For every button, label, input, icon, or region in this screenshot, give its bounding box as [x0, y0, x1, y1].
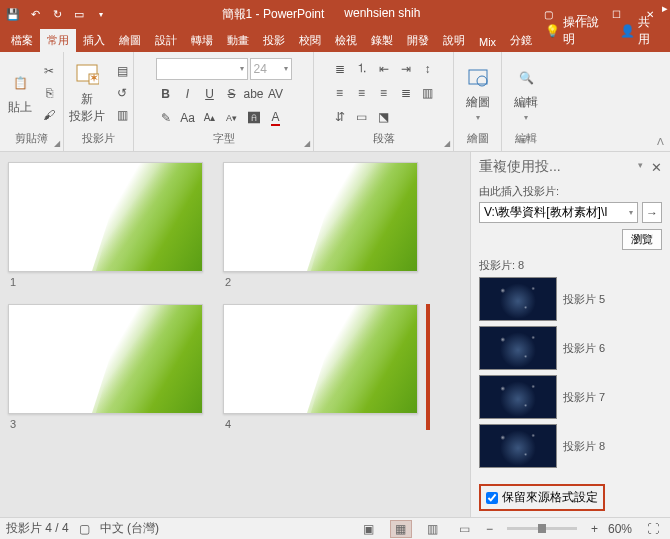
align-left-icon[interactable]: ≡ — [330, 83, 350, 103]
align-text-icon[interactable]: ▭ — [352, 107, 372, 127]
zoom-in-icon[interactable]: + — [591, 522, 598, 536]
tab-scroll-icon[interactable]: ▸ — [662, 2, 668, 15]
save-icon[interactable]: 💾 — [4, 5, 22, 23]
keep-source-checkbox[interactable] — [486, 492, 498, 504]
reading-view-icon[interactable]: ▥ — [422, 520, 444, 538]
highlight-icon[interactable]: 🅰 — [244, 108, 264, 128]
align-right-icon[interactable]: ≡ — [374, 83, 394, 103]
slide-item[interactable]: 3 — [8, 304, 203, 430]
underline-icon[interactable]: U — [200, 84, 220, 104]
slide-item[interactable]: 1 — [8, 162, 203, 288]
tab-home[interactable]: 常用 — [40, 29, 76, 52]
font-launcher-icon[interactable]: ◢ — [304, 139, 310, 148]
reset-icon[interactable]: ↺ — [112, 83, 132, 103]
slide-number: 1 — [8, 276, 203, 288]
share-button[interactable]: 👤共用 — [614, 10, 666, 52]
slide-thumbnail[interactable] — [223, 162, 418, 272]
tab-recording[interactable]: 錄製 — [364, 29, 400, 52]
path-combo[interactable]: V:\教學資料[教材素材]\I▾ — [479, 202, 638, 223]
section-icon[interactable]: ▥ — [112, 105, 132, 125]
zoom-value[interactable]: 60% — [608, 522, 632, 536]
new-slide-button[interactable]: ✶ 新 投影片 — [65, 59, 109, 127]
italic-icon[interactable]: I — [178, 84, 198, 104]
language-status[interactable]: 中文 (台灣) — [100, 520, 159, 537]
clear-format-icon[interactable]: ✎ — [156, 108, 176, 128]
drawing-button[interactable]: 繪圖 ▾ — [462, 62, 494, 124]
tab-draw[interactable]: 繪圖 — [112, 29, 148, 52]
tab-file[interactable]: 檔案 — [4, 29, 40, 52]
slideshow-view-icon[interactable]: ▭ — [454, 520, 476, 538]
change-case-icon[interactable]: Aa — [178, 108, 198, 128]
tab-slideshow[interactable]: 投影 — [256, 29, 292, 52]
slide-thumbnail[interactable] — [8, 304, 203, 414]
tab-help[interactable]: 說明 — [436, 29, 472, 52]
reuse-item[interactable]: 投影片 6 — [479, 326, 662, 370]
justify-icon[interactable]: ≣ — [396, 83, 416, 103]
shadow-icon[interactable]: abe — [244, 84, 264, 104]
font-color-icon[interactable]: A — [266, 108, 286, 128]
zoom-out-icon[interactable]: − — [486, 522, 493, 536]
bold-icon[interactable]: B — [156, 84, 176, 104]
tab-developer[interactable]: 開發 — [400, 29, 436, 52]
columns-icon[interactable]: ▥ — [418, 83, 438, 103]
font-family-combo[interactable]: ▾ — [156, 58, 248, 80]
slide-item[interactable]: 2 — [223, 162, 418, 288]
text-direction-icon[interactable]: ⇵ — [330, 107, 350, 127]
normal-view-icon[interactable]: ▣ — [358, 520, 380, 538]
undo-icon[interactable]: ↶ — [26, 5, 44, 23]
line-spacing-icon[interactable]: ↕ — [418, 59, 438, 79]
format-painter-icon[interactable]: 🖌 — [39, 105, 59, 125]
paste-button[interactable]: 📋 貼上 — [4, 67, 36, 118]
smartart-icon[interactable]: ⬔ — [374, 107, 394, 127]
grow-font-icon[interactable]: A▴ — [200, 108, 220, 128]
tab-insert[interactable]: 插入 — [76, 29, 112, 52]
sorter-view-icon[interactable]: ▦ — [390, 520, 412, 538]
align-center-icon[interactable]: ≡ — [352, 83, 372, 103]
numbering-icon[interactable]: ⒈ — [352, 59, 372, 79]
font-size-combo[interactable]: 24▾ — [250, 58, 292, 80]
keep-source-formatting[interactable]: 保留來源格式設定 — [479, 484, 605, 511]
browse-button[interactable]: 瀏覽 — [622, 229, 662, 250]
indent-inc-icon[interactable]: ⇥ — [396, 59, 416, 79]
slide-position[interactable]: 投影片 4 / 4 — [6, 520, 69, 537]
reuse-item[interactable]: 投影片 8 — [479, 424, 662, 468]
strikethrough-icon[interactable]: S — [222, 84, 242, 104]
slide-sorter[interactable]: 1 2 3 4 — [0, 152, 470, 517]
tab-transitions[interactable]: 轉場 — [184, 29, 220, 52]
slide-item[interactable]: 4 — [223, 304, 418, 430]
tab-storyboarding[interactable]: 分鏡 — [503, 29, 539, 52]
reuse-item[interactable]: 投影片 7 — [479, 375, 662, 419]
tab-view[interactable]: 檢視 — [328, 29, 364, 52]
fit-window-icon[interactable]: ⛶ — [642, 520, 664, 538]
start-from-beginning-icon[interactable]: ▭ — [70, 5, 88, 23]
spellcheck-icon[interactable]: ▢ — [79, 522, 90, 536]
tell-me[interactable]: 💡操作說明 — [539, 10, 614, 52]
reuse-list[interactable]: 投影片 5 投影片 6 投影片 7 投影片 8 — [479, 277, 662, 478]
char-spacing-icon[interactable]: AV — [266, 84, 286, 104]
clipboard-launcher-icon[interactable]: ◢ — [54, 139, 60, 148]
slide-thumbnail[interactable] — [223, 304, 418, 414]
go-button[interactable]: → — [642, 202, 662, 223]
collapse-ribbon-icon[interactable]: ᐱ — [657, 136, 664, 147]
paragraph-launcher-icon[interactable]: ◢ — [444, 139, 450, 148]
tab-animations[interactable]: 動畫 — [220, 29, 256, 52]
pane-menu-icon[interactable]: ▾ — [638, 160, 643, 175]
editing-button[interactable]: 🔍 編輯 ▾ — [510, 62, 542, 124]
reuse-item[interactable]: 投影片 5 — [479, 277, 662, 321]
redo-icon[interactable]: ↻ — [48, 5, 66, 23]
svg-text:✶: ✶ — [89, 71, 99, 85]
bullets-icon[interactable]: ≣ — [330, 59, 350, 79]
shrink-font-icon[interactable]: A▾ — [222, 108, 242, 128]
qat-dropdown-icon[interactable]: ▾ — [92, 5, 110, 23]
tab-design[interactable]: 設計 — [148, 29, 184, 52]
zoom-slider[interactable] — [507, 527, 577, 530]
copy-icon[interactable]: ⎘ — [39, 83, 59, 103]
tab-mix[interactable]: Mix — [472, 32, 503, 52]
indent-dec-icon[interactable]: ⇤ — [374, 59, 394, 79]
layout-icon[interactable]: ▤ — [112, 61, 132, 81]
pane-close-icon[interactable]: ✕ — [651, 160, 662, 175]
insertion-cursor — [426, 304, 430, 430]
cut-icon[interactable]: ✂ — [39, 61, 59, 81]
slide-thumbnail[interactable] — [8, 162, 203, 272]
tab-review[interactable]: 校閱 — [292, 29, 328, 52]
